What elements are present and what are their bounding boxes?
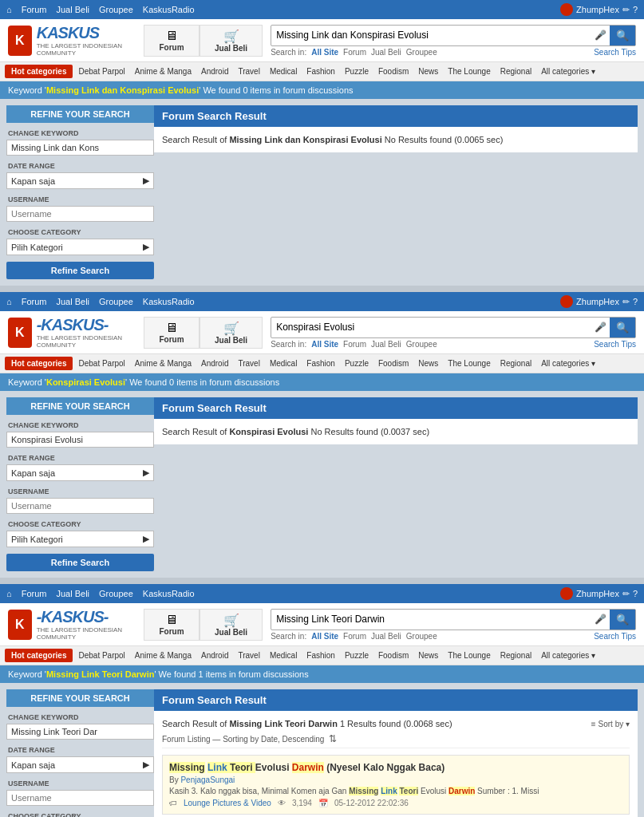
cat-foodism-1[interactable]: Foodism [374, 65, 413, 77]
cat-regional-1[interactable]: Regional [496, 65, 535, 77]
cat-android-1[interactable]: Android [197, 65, 232, 77]
change-keyword-input-3[interactable] [6, 724, 154, 740]
search-button-3[interactable]: 🔍 [610, 610, 635, 630]
help-icon-3[interactable]: ? [633, 589, 638, 598]
author-name-1[interactable]: PenjagaSungai [180, 776, 235, 784]
cat-debatparpol-3[interactable]: Debat Parpol [74, 649, 128, 661]
mic-icon-3[interactable]: 🎤 [591, 610, 610, 628]
cat-debatparpol-2[interactable]: Debat Parpol [74, 357, 128, 369]
date-range-select-3[interactable]: Kapan saja ▶ [6, 756, 154, 773]
nav-jualbeli-2[interactable]: Jual Beli [56, 297, 89, 306]
tab-forum-2[interactable]: 🖥 Forum [144, 317, 200, 349]
cat-puzzle-2[interactable]: Puzzle [341, 357, 373, 369]
home-icon[interactable]: ⌂ [6, 5, 12, 14]
username-input-1[interactable] [6, 206, 154, 222]
mic-icon-2[interactable]: 🎤 [591, 318, 610, 336]
help-icon-2[interactable]: ? [633, 297, 638, 306]
cat-puzzle-1[interactable]: Puzzle [341, 65, 373, 77]
all-categories-3[interactable]: All categories ▾ [537, 649, 599, 661]
cat-thelounge-2[interactable]: The Lounge [444, 357, 494, 369]
cat-fashion-3[interactable]: Fashion [302, 649, 339, 661]
tab-forum-3[interactable]: 🖥 Forum [144, 609, 200, 641]
cat-medical-2[interactable]: Medical [266, 357, 301, 369]
nav-jualbeli-3[interactable]: Jual Beli [56, 589, 89, 598]
date-range-select-2[interactable]: Kapan saja ▶ [6, 464, 154, 481]
tab-jualbeli[interactable]: 🛒 Jual Beli [200, 25, 263, 57]
mic-icon[interactable]: 🎤 [591, 26, 610, 44]
sort-by-btn[interactable]: ≡ Sort by ▾ [591, 720, 630, 728]
cat-medical-3[interactable]: Medical [266, 649, 301, 661]
search-tips-3[interactable]: Search Tips [594, 632, 636, 641]
cat-travel-1[interactable]: Travel [234, 65, 263, 77]
pencil-icon-2[interactable]: ✏ [622, 297, 630, 307]
scope-allsite-2[interactable]: All Site [311, 340, 338, 349]
date-range-select-1[interactable]: Kapan saja ▶ [6, 172, 154, 189]
cat-news-3[interactable]: News [414, 649, 442, 661]
forum-tag-1[interactable]: Lounge Pictures & Video [184, 799, 271, 807]
choose-category-select-1[interactable]: Pilih Kategori ▶ [6, 239, 154, 255]
choose-category-select-2[interactable]: Pilih Kategori ▶ [6, 531, 154, 547]
scope-allsite-1[interactable]: All Site [311, 48, 338, 57]
username-input-3[interactable] [6, 790, 154, 806]
scope-forum-2[interactable]: Forum [343, 340, 366, 349]
cat-android-3[interactable]: Android [197, 649, 232, 661]
search-input-2[interactable] [271, 318, 591, 336]
change-keyword-input-1[interactable] [6, 140, 154, 156]
cat-news-1[interactable]: News [414, 65, 442, 77]
search-tips-2[interactable]: Search Tips [594, 340, 636, 349]
pencil-icon-3[interactable]: ✏ [622, 589, 630, 599]
cat-thelounge-3[interactable]: The Lounge [444, 649, 494, 661]
change-keyword-input-2[interactable] [6, 432, 154, 448]
help-icon[interactable]: ? [633, 5, 638, 14]
hot-categories-btn-3[interactable]: Hot categories [5, 649, 73, 662]
cat-debatparpol-1[interactable]: Debat Parpol [74, 65, 128, 77]
nav-forum-3[interactable]: Forum [22, 589, 47, 598]
tab-jualbeli-3[interactable]: 🛒 Jual Beli [200, 609, 263, 641]
hot-categories-btn-2[interactable]: Hot categories [5, 357, 73, 370]
cat-android-2[interactable]: Android [197, 357, 232, 369]
cat-foodism-2[interactable]: Foodism [374, 357, 413, 369]
search-button-2[interactable]: 🔍 [610, 318, 635, 337]
all-categories-1[interactable]: All categories ▾ [537, 65, 599, 77]
cat-regional-2[interactable]: Regional [496, 357, 535, 369]
cat-anime-2[interactable]: Anime & Manga [131, 357, 196, 369]
cat-anime-1[interactable]: Anime & Manga [131, 65, 196, 77]
nav-kaskusradio-1[interactable]: KaskusRadio [143, 5, 195, 14]
nav-jualbeli-1[interactable]: Jual Beli [56, 5, 89, 14]
cat-medical-1[interactable]: Medical [266, 65, 301, 77]
nav-forum-1[interactable]: Forum [22, 5, 47, 14]
scope-jualbeli-1[interactable]: Jual Beli [371, 48, 401, 57]
scope-jualbeli-2[interactable]: Jual Beli [371, 340, 401, 349]
nav-groupee-2[interactable]: Groupee [99, 297, 133, 306]
username-input-2[interactable] [6, 498, 154, 514]
cat-regional-3[interactable]: Regional [496, 649, 535, 661]
cat-news-2[interactable]: News [414, 357, 442, 369]
listing-sort-icon[interactable]: ⇅ [329, 733, 337, 744]
tab-jualbeli-2[interactable]: 🛒 Jual Beli [200, 317, 263, 349]
cat-fashion-2[interactable]: Fashion [302, 357, 339, 369]
cat-anime-3[interactable]: Anime & Manga [131, 649, 196, 661]
cat-travel-3[interactable]: Travel [234, 649, 263, 661]
all-categories-2[interactable]: All categories ▾ [537, 357, 599, 369]
nav-forum-2[interactable]: Forum [22, 297, 47, 306]
scope-allsite-3[interactable]: All Site [311, 632, 338, 641]
search-button-1[interactable]: 🔍 [610, 26, 635, 45]
refine-search-btn-2[interactable]: Refine Search [6, 554, 154, 571]
nav-groupee-3[interactable]: Groupee [99, 589, 133, 598]
nav-kaskusradio-2[interactable]: KaskusRadio [143, 297, 195, 306]
scope-jualbeli-3[interactable]: Jual Beli [371, 632, 401, 641]
cat-puzzle-3[interactable]: Puzzle [341, 649, 373, 661]
cat-thelounge-1[interactable]: The Lounge [444, 65, 494, 77]
tab-forum[interactable]: 🖥 Forum [144, 25, 200, 57]
hot-categories-btn-1[interactable]: Hot categories [5, 65, 73, 78]
home-icon-2[interactable]: ⌂ [6, 297, 12, 306]
scope-forum-3[interactable]: Forum [343, 632, 366, 641]
search-input-3[interactable] [271, 610, 591, 628]
forum-result-title-1[interactable]: Missing Link Teori Evolusi Darwin (Nyese… [169, 762, 622, 773]
cat-fashion-1[interactable]: Fashion [302, 65, 339, 77]
scope-forum-1[interactable]: Forum [343, 48, 366, 57]
scope-groupee-3[interactable]: Groupee [406, 632, 437, 641]
search-input-1[interactable] [271, 26, 591, 44]
cat-travel-2[interactable]: Travel [234, 357, 263, 369]
nav-kaskusradio-3[interactable]: KaskusRadio [143, 589, 195, 598]
